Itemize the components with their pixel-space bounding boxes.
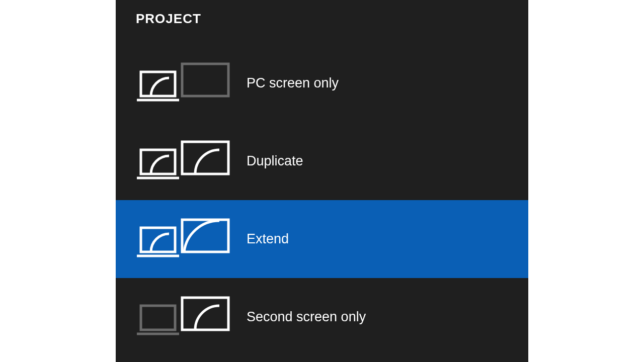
panel-title: PROJECT	[136, 11, 528, 27]
option-duplicate[interactable]: Duplicate	[116, 122, 528, 200]
option-extend[interactable]: Extend	[116, 200, 528, 278]
extend-icon	[136, 217, 231, 262]
second-screen-only-icon	[136, 295, 231, 340]
svg-rect-5	[182, 142, 228, 174]
svg-rect-6	[141, 228, 175, 252]
svg-rect-3	[141, 150, 175, 174]
svg-rect-2	[182, 64, 228, 96]
duplicate-icon	[136, 139, 231, 184]
pc-screen-only-icon	[136, 61, 231, 106]
svg-rect-11	[182, 298, 228, 330]
option-label: Extend	[247, 231, 289, 247]
svg-rect-0	[141, 72, 175, 96]
option-pc-screen-only[interactable]: PC screen only	[116, 44, 528, 122]
option-label: Duplicate	[247, 153, 303, 169]
svg-rect-9	[141, 306, 175, 330]
option-second-screen-only[interactable]: Second screen only	[116, 278, 528, 356]
project-panel: PROJECT PC screen only	[116, 0, 528, 362]
option-label: Second screen only	[247, 309, 366, 325]
option-label: PC screen only	[247, 75, 339, 91]
